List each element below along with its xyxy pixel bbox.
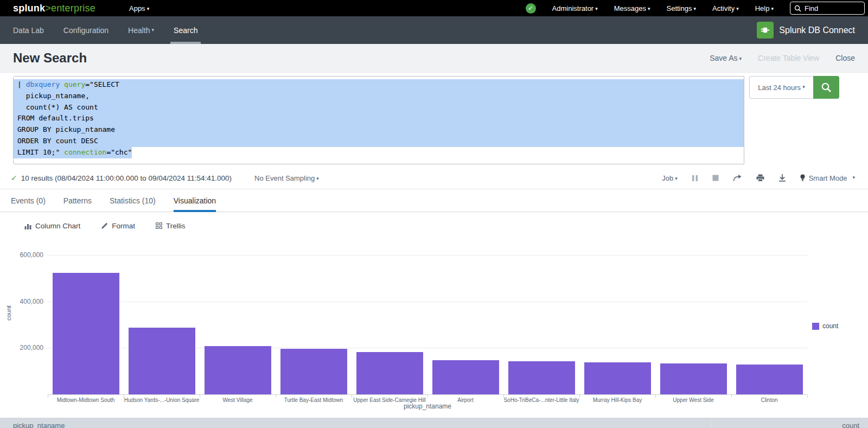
chart-type-picker[interactable]: Column Chart	[24, 222, 80, 230]
chart-legend[interactable]: count	[812, 322, 838, 330]
x-axis-tick	[807, 395, 808, 398]
run-search-button[interactable]	[813, 76, 839, 99]
settings-menu[interactable]: Settings▾	[667, 4, 697, 12]
bar-6[interactable]	[432, 360, 499, 394]
chevron-down-icon: ▾	[693, 6, 696, 11]
pencil-icon	[101, 222, 108, 229]
search-mode-menu[interactable]: Smart Mode ▾	[800, 174, 855, 182]
chevron-down-icon: ▾	[739, 56, 742, 61]
bar-1[interactable]	[53, 273, 119, 394]
nav-item-health[interactable]: Health▾	[128, 16, 154, 44]
category-label: Clinton	[731, 397, 807, 403]
save-as-button[interactable]: Save As▾	[710, 54, 742, 62]
find-search-box[interactable]	[790, 2, 865, 15]
column-header-count[interactable]: count	[711, 418, 868, 428]
chevron-down-icon: ▾	[595, 6, 598, 11]
find-input[interactable]	[805, 4, 853, 12]
query-line: count(*) AS count	[14, 102, 744, 113]
topbar-right: ✓ Administrator▾ Messages▾ Settings▾ Act…	[526, 2, 865, 15]
create-table-view-button[interactable]: Create Table View	[758, 54, 819, 62]
column-header-pickup-ntaname[interactable]: pickup_ntaname	[0, 418, 711, 428]
pause-icon[interactable]	[692, 175, 698, 182]
settings-menu-label: Settings	[667, 4, 692, 12]
nav-item-data-lab[interactable]: Data Lab	[13, 16, 44, 44]
help-menu[interactable]: Help▾	[755, 4, 774, 12]
results-tabs: Events (0) Patterns Statistics (10) Visu…	[0, 189, 868, 212]
chevron-down-icon: ▾	[771, 6, 774, 11]
x-axis-title: pickup_ntaname	[48, 403, 807, 410]
bar-5[interactable]	[356, 352, 423, 394]
gridline	[48, 255, 807, 255]
trellis-button[interactable]: Trellis	[156, 222, 186, 230]
administrator-menu[interactable]: Administrator▾	[552, 4, 598, 12]
y-axis-tick-label: 600,000	[0, 251, 43, 259]
nav-item-search[interactable]: Search	[174, 16, 197, 44]
category-label: Hudson Yards-...-Union Square	[124, 397, 200, 403]
format-label: Format	[112, 222, 135, 230]
chevron-down-icon: ▾	[648, 6, 650, 11]
bar-4[interactable]	[280, 349, 347, 394]
tab-visualization[interactable]: Visualization	[174, 189, 216, 212]
tab-statistics[interactable]: Statistics (10)	[110, 189, 156, 212]
event-sampling-menu[interactable]: No Event Sampling▾	[254, 174, 319, 182]
nav-item-configuration[interactable]: Configuration	[63, 16, 108, 44]
chevron-down-icon: ▾	[736, 6, 739, 11]
app-navbar: Data Lab Configuration Health▾ Search Sp…	[0, 16, 868, 44]
query-line: ORDER BY count DESC	[14, 136, 744, 147]
app-title: Splunk DB Connect	[779, 25, 855, 35]
category-label: Upper West Side	[655, 397, 731, 403]
logo-splunk-text: splunk	[13, 3, 45, 14]
logo-enterprise-text: enterprise	[51, 3, 95, 14]
splunk-logo[interactable]: splunk>enterprise	[13, 3, 95, 14]
category-label: Airport	[427, 397, 503, 403]
category-label: Turtle Bay-East Midtown	[276, 397, 352, 403]
time-range-label: Last 24 hours	[758, 84, 801, 92]
page-title: New Search	[13, 50, 87, 66]
administrator-menu-label: Administrator	[552, 4, 594, 12]
search-mode-label: Smart Mode	[809, 174, 847, 182]
event-sampling-label: No Event Sampling	[254, 174, 315, 182]
save-as-label: Save As	[710, 54, 737, 62]
tab-events[interactable]: Events (0)	[11, 189, 46, 212]
activity-menu[interactable]: Activity▾	[712, 4, 739, 12]
apps-menu-label: Apps	[129, 4, 145, 12]
close-button[interactable]: Close	[835, 54, 855, 62]
category-label: Upper East Side-Carnegie Hill	[352, 397, 427, 403]
help-menu-label: Help	[755, 4, 770, 12]
query-line: FROM default.trips	[14, 113, 744, 124]
header-actions: Save As▾ Create Table View Close	[710, 54, 855, 62]
time-range-picker[interactable]: Last 24 hours▾	[749, 76, 813, 99]
bar-2[interactable]	[129, 328, 195, 394]
apps-menu[interactable]: Apps▾	[129, 4, 149, 12]
messages-menu[interactable]: Messages▾	[614, 4, 650, 12]
bar-7[interactable]	[508, 361, 575, 394]
logo-gt: >	[45, 3, 51, 14]
check-icon: ✓	[528, 4, 533, 12]
visualization-controls: Column Chart Format Trellis	[0, 216, 868, 235]
job-controls: Job▾ Smart Mode ▾	[662, 174, 855, 182]
export-icon[interactable]	[778, 174, 786, 182]
legend-swatch	[812, 323, 819, 330]
bar-10[interactable]	[736, 365, 803, 394]
tab-patterns[interactable]: Patterns	[63, 189, 92, 212]
bar-9[interactable]	[660, 363, 727, 394]
category-label: Murray Hill-Kips Bay	[579, 397, 655, 403]
page-header: New Search Save As▾ Create Table View Cl…	[0, 44, 868, 73]
bar-3[interactable]	[205, 346, 271, 394]
column-chart-icon	[24, 222, 31, 229]
format-button[interactable]: Format	[101, 222, 135, 230]
messages-menu-label: Messages	[614, 4, 646, 12]
bar-8[interactable]	[584, 362, 651, 394]
job-menu[interactable]: Job▾	[662, 174, 678, 182]
job-menu-label: Job	[662, 174, 673, 182]
share-icon[interactable]	[733, 174, 742, 182]
stop-icon[interactable]	[712, 175, 719, 181]
results-check-icon: ✓	[11, 174, 17, 182]
print-icon[interactable]	[756, 174, 764, 182]
chevron-down-icon: ▾	[802, 84, 805, 90]
search-query-input[interactable]: | dbxquery query="SELECT pickup_ntaname,…	[13, 76, 744, 164]
health-status-icon[interactable]: ✓	[526, 3, 536, 14]
query-line: | dbxquery query="SELECT	[14, 79, 744, 91]
chevron-down-icon: ▾	[852, 175, 855, 180]
chevron-down-icon: ▾	[316, 176, 319, 181]
